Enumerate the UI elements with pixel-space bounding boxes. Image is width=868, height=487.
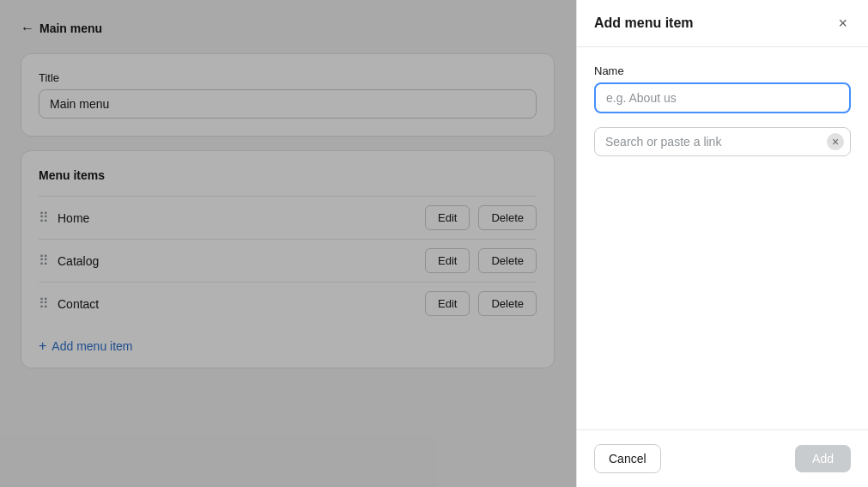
drawer-panel: Add menu item × Name × Cancel Add (576, 0, 868, 487)
name-field-label: Name (594, 64, 851, 77)
cancel-button[interactable]: Cancel (594, 444, 661, 473)
drawer-header: Add menu item × (577, 0, 868, 47)
close-button[interactable]: × (835, 14, 851, 33)
clear-link-button[interactable]: × (827, 133, 844, 150)
add-button[interactable]: Add (795, 445, 851, 472)
drawer-body: Name × (577, 47, 868, 429)
link-input-wrap: × (594, 127, 851, 156)
drawer-title: Add menu item (594, 15, 694, 31)
drawer-footer: Cancel Add (577, 429, 868, 487)
name-input[interactable] (594, 82, 851, 113)
link-input[interactable] (594, 127, 851, 156)
